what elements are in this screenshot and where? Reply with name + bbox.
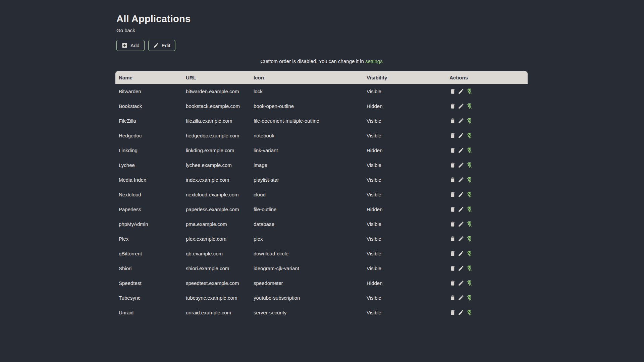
table-row: phpMyAdmin pma.example.com database Visi… bbox=[115, 217, 528, 231]
delete-icon[interactable] bbox=[449, 132, 456, 139]
app-name: Paperless bbox=[115, 202, 182, 217]
header-actions: Actions bbox=[446, 71, 528, 84]
header-visibility: Visibility bbox=[363, 71, 446, 84]
table-row: Linkding linkding.example.com link-varia… bbox=[115, 143, 528, 158]
app-url: speedtest.example.com bbox=[182, 276, 250, 290]
pin-off-icon[interactable] bbox=[466, 103, 473, 109]
pencil-icon[interactable] bbox=[458, 88, 464, 95]
app-icon-name: book-open-outline bbox=[250, 99, 363, 113]
pencil-icon[interactable] bbox=[458, 309, 464, 316]
table-row: Plex plex.example.com plex Visible bbox=[115, 231, 528, 246]
pencil-icon[interactable] bbox=[458, 206, 464, 213]
app-visibility: Hidden bbox=[363, 99, 446, 113]
app-actions bbox=[446, 217, 528, 231]
delete-icon[interactable] bbox=[449, 162, 456, 168]
app-name: Nextcloud bbox=[115, 187, 182, 202]
pin-off-icon[interactable] bbox=[466, 118, 473, 124]
table-row: Tubesync tubesync.example.com youtube-su… bbox=[115, 290, 528, 305]
app-name: Hedgedoc bbox=[115, 128, 182, 143]
add-button[interactable]: Add bbox=[116, 40, 145, 51]
app-visibility: Visible bbox=[363, 246, 446, 261]
app-url: pma.example.com bbox=[182, 217, 250, 231]
table-row: Lychee lychee.example.com image Visible bbox=[115, 158, 528, 172]
app-visibility: Visible bbox=[363, 187, 446, 202]
pin-off-icon[interactable] bbox=[466, 250, 473, 257]
pencil-icon[interactable] bbox=[458, 191, 464, 198]
delete-icon[interactable] bbox=[449, 250, 456, 257]
pencil-icon[interactable] bbox=[458, 236, 464, 242]
pencil-icon[interactable] bbox=[458, 177, 464, 183]
pin-off-icon[interactable] bbox=[466, 132, 473, 139]
app-url: nextcloud.example.com bbox=[182, 187, 250, 202]
delete-icon[interactable] bbox=[449, 206, 456, 213]
delete-icon[interactable] bbox=[449, 103, 456, 109]
pin-off-icon[interactable] bbox=[466, 295, 473, 301]
app-name: Tubesync bbox=[115, 290, 182, 305]
app-actions bbox=[446, 261, 528, 276]
pencil-icon[interactable] bbox=[458, 132, 464, 139]
app-icon-name: file-outline bbox=[250, 202, 363, 217]
go-back-link[interactable]: Go back bbox=[116, 27, 135, 33]
app-url: paperless.example.com bbox=[182, 202, 250, 217]
pin-off-icon[interactable] bbox=[466, 206, 473, 213]
app-actions bbox=[446, 128, 528, 143]
delete-icon[interactable] bbox=[449, 295, 456, 301]
pencil-icon[interactable] bbox=[458, 103, 464, 109]
delete-icon[interactable] bbox=[449, 177, 456, 183]
pin-off-icon[interactable] bbox=[466, 191, 473, 198]
delete-icon[interactable] bbox=[449, 147, 456, 154]
delete-icon[interactable] bbox=[449, 236, 456, 242]
pin-off-icon[interactable] bbox=[466, 309, 473, 316]
delete-icon[interactable] bbox=[449, 88, 456, 95]
app-icon-name: notebook bbox=[250, 128, 363, 143]
pin-off-icon[interactable] bbox=[466, 265, 473, 272]
app-name: Linkding bbox=[115, 143, 182, 158]
pin-off-icon[interactable] bbox=[466, 221, 473, 227]
app-visibility: Visible bbox=[363, 128, 446, 143]
header-url: URL bbox=[182, 71, 250, 84]
app-actions bbox=[446, 84, 528, 99]
table-row: Hedgedoc hedgedoc.example.com notebook V… bbox=[115, 128, 528, 143]
pencil-icon[interactable] bbox=[458, 295, 464, 301]
delete-icon[interactable] bbox=[449, 191, 456, 198]
table-row: Unraid unraid.example.com server-securit… bbox=[115, 305, 528, 320]
toolbar: Add Edit bbox=[116, 40, 175, 51]
pencil-icon[interactable] bbox=[458, 265, 464, 272]
app-visibility: Visible bbox=[363, 172, 446, 187]
pencil-icon[interactable] bbox=[458, 147, 464, 154]
app-icon-name: server-security bbox=[250, 305, 363, 320]
edit-button[interactable]: Edit bbox=[148, 40, 175, 51]
pencil-icon[interactable] bbox=[458, 221, 464, 227]
table-row: Bookstack bookstack.example.com book-ope… bbox=[115, 99, 528, 113]
app-actions bbox=[446, 158, 528, 172]
app-visibility: Visible bbox=[363, 217, 446, 231]
app-url: unraid.example.com bbox=[182, 305, 250, 320]
app-actions bbox=[446, 305, 528, 320]
delete-icon[interactable] bbox=[449, 221, 456, 227]
delete-icon[interactable] bbox=[449, 118, 456, 124]
app-visibility: Hidden bbox=[363, 202, 446, 217]
pencil-icon[interactable] bbox=[458, 250, 464, 257]
app-visibility: Visible bbox=[363, 261, 446, 276]
delete-icon[interactable] bbox=[449, 280, 456, 286]
pin-off-icon[interactable] bbox=[466, 236, 473, 242]
delete-icon[interactable] bbox=[449, 309, 456, 316]
pencil-icon[interactable] bbox=[458, 280, 464, 286]
app-visibility: Visible bbox=[363, 113, 446, 128]
app-url: bitwarden.example.com bbox=[182, 84, 250, 99]
pencil-icon[interactable] bbox=[458, 118, 464, 124]
pencil-icon[interactable] bbox=[458, 162, 464, 168]
app-url: tubesync.example.com bbox=[182, 290, 250, 305]
pin-off-icon[interactable] bbox=[466, 177, 473, 183]
pin-off-icon[interactable] bbox=[466, 162, 473, 168]
settings-link[interactable]: settings bbox=[365, 58, 383, 64]
delete-icon[interactable] bbox=[449, 265, 456, 272]
pin-off-icon[interactable] bbox=[466, 280, 473, 286]
app-icon-name: playlist-star bbox=[250, 172, 363, 187]
app-actions bbox=[446, 276, 528, 290]
app-name: Bookstack bbox=[115, 99, 182, 113]
app-icon-name: youtube-subscription bbox=[250, 290, 363, 305]
pin-off-icon[interactable] bbox=[466, 88, 473, 95]
pin-off-icon[interactable] bbox=[466, 147, 473, 154]
app-name: Unraid bbox=[115, 305, 182, 320]
